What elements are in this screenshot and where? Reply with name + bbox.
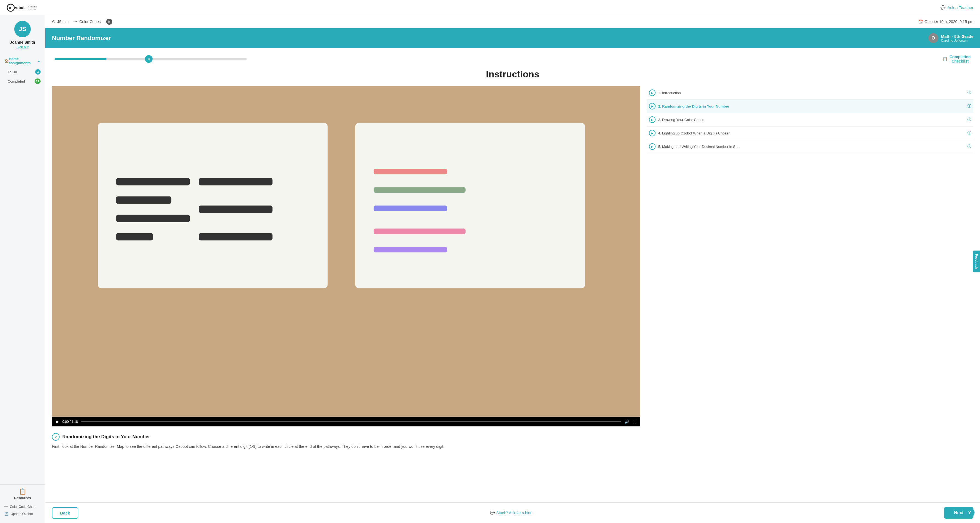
sign-out-link[interactable]: Sign out	[16, 45, 29, 49]
play-circle-icon: ▶	[649, 89, 655, 96]
home-assignments-header[interactable]: 🏠 Home assignments ▲	[0, 55, 45, 67]
teacher-name: Caroline Jefferson	[941, 39, 974, 43]
update-ozobot-link[interactable]: 🔄 Update Ozobot	[0, 510, 45, 518]
info-icon[interactable]: ⓘ	[967, 117, 971, 122]
playlist-item-label: 4. Lighting up Ozobot When a Digit is Ch…	[658, 131, 965, 135]
svg-text:Classroom: Classroom	[28, 5, 37, 8]
chat-icon: 💬	[940, 5, 946, 10]
codes-icon: 〰	[74, 19, 78, 24]
sidebar-item-todo[interactable]: To Do 3	[0, 67, 45, 76]
top-header: o zobot Classroom FOR EDUCATOR 💬 Ask a T…	[0, 0, 980, 15]
play-button[interactable]: ▶	[56, 419, 59, 424]
progress-track	[55, 58, 149, 60]
duration-label: 45 min	[57, 19, 68, 24]
progress-bar: 4	[55, 55, 247, 63]
resources-label: Resources	[14, 496, 31, 500]
progress-section: 4 📋 Completion Checklist	[52, 55, 974, 64]
fullscreen-button[interactable]: ⛶	[632, 420, 636, 424]
info-icon[interactable]: ⓘ	[967, 130, 971, 135]
help-button[interactable]: ?	[965, 508, 975, 518]
svg-text:FOR EDUCATOR: FOR EDUCATOR	[28, 9, 37, 10]
playlist-item[interactable]: ▶1. Introductionⓘ	[647, 86, 974, 100]
todo-badge: 3	[35, 69, 41, 75]
playlist-item[interactable]: ▶4. Lighting up Ozobot When a Digit is C…	[647, 127, 974, 140]
level-badge: M	[106, 19, 112, 25]
progress-step: 4	[145, 55, 153, 63]
avatar: JS	[14, 21, 31, 37]
user-profile-section: JS Joanne Smith Sign out	[0, 21, 45, 55]
logo: o zobot Classroom FOR EDUCATOR	[6, 3, 37, 12]
lesson-title: Number Randomizer	[52, 35, 111, 42]
sidebar-item-completed[interactable]: Completed 11	[0, 76, 45, 86]
hint-label: Stuck? Ask for a hint!	[496, 511, 533, 515]
class-name: Math - 5th Grade	[941, 34, 974, 39]
playlist-column: ▶1. Introductionⓘ▶2. Randomizing the Dig…	[647, 86, 974, 450]
sidebar: JS Joanne Smith Sign out 🏠 Home assignme…	[0, 15, 45, 523]
update-ozobot-label: Update Ozobot	[11, 512, 33, 516]
video-controls: ▶ 0:00 / 1:18 🔊 ⛶	[52, 417, 640, 426]
bottom-nav: Back 💬 Stuck? Ask for a hint! Next	[45, 502, 980, 523]
video-content	[52, 86, 640, 417]
video-column: ▶ 0:00 / 1:18 🔊 ⛶ 2 Randomizing the Digi…	[52, 86, 640, 450]
lesson-meta-bar: ⏱ 45 min 〰 Color Codes M 📅 October 10th,…	[45, 15, 980, 28]
chevron-up-icon: ▲	[37, 59, 41, 63]
duration-item: ⏱ 45 min	[52, 19, 68, 24]
play-circle-icon: ▶	[649, 116, 655, 123]
calendar-icon: 📅	[918, 19, 923, 24]
info-icon[interactable]: ⓘ	[967, 104, 971, 109]
meta-left: ⏱ 45 min 〰 Color Codes M	[52, 19, 112, 25]
todo-label: To Do	[8, 70, 17, 74]
date-label: October 10th, 2020, 9:15 pm	[924, 19, 974, 24]
play-circle-icon: ▶	[649, 143, 655, 150]
lesson-columns: ▶ 0:00 / 1:18 🔊 ⛶ 2 Randomizing the Digi…	[52, 86, 974, 450]
video-thumbnail	[52, 86, 640, 417]
info-icon[interactable]: ⓘ	[967, 90, 971, 95]
color-code-chart-label: Color Code Chart	[10, 505, 35, 509]
ask-teacher-label: Ask a Teacher	[947, 5, 974, 10]
page-title: Instructions	[52, 69, 974, 79]
playlist-item-label: 3. Drawing Your Color Codes	[658, 118, 965, 122]
content-area: ⏱ 45 min 〰 Color Codes M 📅 October 10th,…	[45, 15, 980, 523]
video-progress-bar[interactable]	[81, 421, 621, 422]
class-info: O Math - 5th Grade Caroline Jefferson	[928, 33, 974, 43]
ozobot-logo-svg: o zobot Classroom FOR EDUCATOR	[6, 3, 37, 12]
completion-checklist-label: Completion Checklist	[950, 55, 970, 64]
description-header: 2 Randomizing the Digits in Your Number	[52, 433, 640, 441]
description-section: 2 Randomizing the Digits in Your Number …	[52, 433, 640, 450]
checklist-icon: 📋	[943, 57, 947, 61]
info-icon[interactable]: ⓘ	[967, 144, 971, 149]
color-code-chart-link[interactable]: 〰 Color Code Chart	[0, 503, 45, 510]
feedback-tab[interactable]: Feedback	[973, 251, 980, 272]
class-details: Math - 5th Grade Caroline Jefferson	[941, 34, 974, 43]
playlist-item-label: 1. Introduction	[658, 91, 965, 95]
playlist: ▶1. Introductionⓘ▶2. Randomizing the Dig…	[647, 86, 974, 153]
svg-text:o: o	[9, 6, 11, 10]
chart-icon: 〰	[5, 505, 8, 509]
playlist-item[interactable]: ▶5. Making and Writing Your Decimal Numb…	[647, 140, 974, 153]
user-name: Joanne Smith	[10, 40, 35, 45]
topic-label: Color Codes	[80, 19, 101, 24]
completed-badge: 11	[35, 78, 41, 84]
clock-icon: ⏱	[52, 19, 56, 24]
chat-hint-icon: 💬	[490, 511, 495, 515]
description-title: Randomizing the Digits in Your Number	[62, 434, 150, 440]
video-container: ▶ 0:00 / 1:18 🔊 ⛶	[52, 86, 640, 426]
class-avatar: O	[928, 33, 938, 43]
ask-teacher-button[interactable]: 💬 Ask a Teacher	[940, 5, 974, 10]
back-button[interactable]: Back	[52, 507, 78, 518]
home-assignments-label: Home assignments	[9, 57, 37, 65]
playlist-item-label: 2. Randomizing the Digits in Your Number	[658, 104, 965, 108]
play-circle-icon: ▶	[649, 103, 655, 110]
completed-label: Completed	[8, 79, 25, 83]
playlist-item[interactable]: ▶2. Randomizing the Digits in Your Numbe…	[647, 100, 974, 113]
lesson-body: 4 📋 Completion Checklist Instructions	[45, 48, 980, 502]
topic-item: 〰 Color Codes	[74, 19, 101, 24]
completion-checklist-button[interactable]: 📋 Completion Checklist	[943, 55, 970, 64]
update-icon: 🔄	[5, 512, 8, 516]
progress-remaining	[153, 58, 247, 60]
playlist-item[interactable]: ▶3. Drawing Your Color Codesⓘ	[647, 113, 974, 127]
volume-button[interactable]: 🔊	[625, 420, 629, 424]
resources-section: 📋 Resources	[0, 484, 45, 503]
description-text: First, look at the Number Randomizer Map…	[52, 444, 640, 450]
hint-button[interactable]: 💬 Stuck? Ask for a hint!	[490, 511, 533, 515]
